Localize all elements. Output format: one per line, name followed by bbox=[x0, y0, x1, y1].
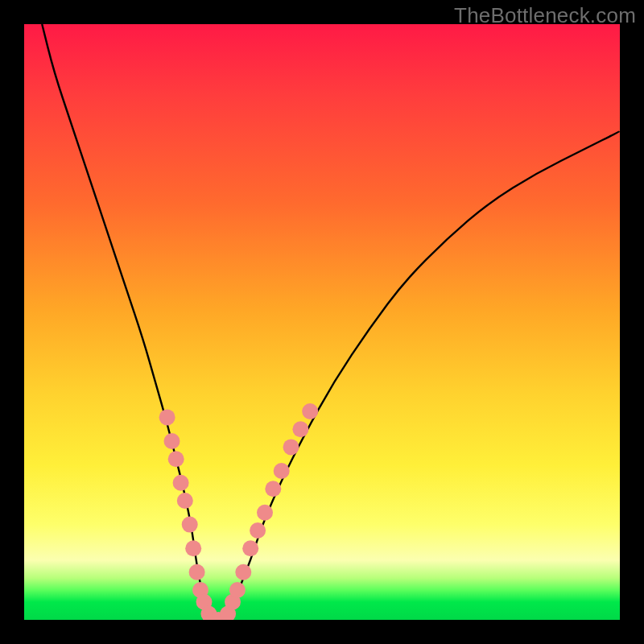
curve-marker bbox=[168, 451, 184, 467]
bottleneck-curve bbox=[42, 24, 620, 620]
curve-marker bbox=[182, 517, 198, 533]
curve-marker bbox=[177, 493, 193, 509]
curve-marker bbox=[185, 540, 201, 556]
curve-marker bbox=[302, 403, 318, 419]
curve-marker bbox=[242, 540, 258, 556]
curve-marker bbox=[292, 421, 308, 437]
plot-area bbox=[24, 24, 620, 620]
curve-marker bbox=[164, 433, 180, 449]
curve-marker bbox=[189, 564, 205, 580]
curve-marker bbox=[257, 505, 273, 521]
curve-marker bbox=[173, 475, 189, 491]
watermark-text: TheBottleneck.com bbox=[454, 3, 636, 28]
curve-overlay bbox=[24, 24, 620, 620]
curve-marker bbox=[229, 582, 246, 598]
curve-marker bbox=[265, 481, 281, 497]
curve-marker bbox=[159, 409, 175, 425]
curve-marker bbox=[250, 522, 266, 539]
curve-marker bbox=[274, 463, 290, 479]
curve-markers bbox=[159, 403, 319, 620]
curve-marker bbox=[235, 564, 251, 580]
curve-marker bbox=[283, 439, 299, 455]
chart-frame: TheBottleneck.com bbox=[0, 0, 644, 644]
